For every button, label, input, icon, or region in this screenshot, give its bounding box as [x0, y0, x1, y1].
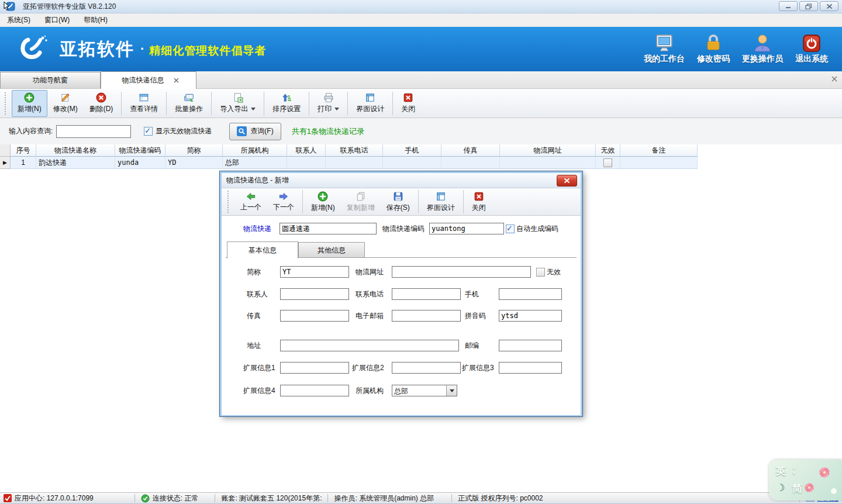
query-input[interactable] [56, 125, 131, 138]
copy-add-button[interactable]: 复制新增 [341, 188, 381, 215]
column-header[interactable]: 手机 [383, 144, 441, 157]
express-code-input[interactable] [429, 223, 504, 234]
copy-icon [356, 191, 366, 202]
cell-contact [287, 157, 326, 169]
tab-other-info[interactable]: 其他信息 [298, 242, 365, 258]
column-header[interactable]: 无效 [596, 144, 620, 157]
tab-function-navigator[interactable]: 功能导航窗 [0, 72, 101, 88]
account-status: 账套: 测试账套五 120(2015年第: [221, 493, 322, 503]
filter-bar: 输入内容查询: 显示无效物流快递 查询(F) 共有1条物流快递记录 [0, 118, 842, 144]
column-header[interactable]: 联系电话 [326, 144, 383, 157]
document-tabstrip: 功能导航窗 物流快递信息 [0, 71, 842, 89]
app-window: 亚拓管理软件专业版 V8.2.120 系统(S) 窗口(W) 帮助(H) 亚拓软… [0, 0, 842, 504]
dropdown-button[interactable] [446, 385, 457, 396]
connection-status: 连接状态: 正常 [141, 493, 199, 503]
plus-icon [24, 92, 34, 103]
menu-help[interactable]: 帮助(H) [77, 13, 115, 26]
dialog-close-toolbar-button[interactable]: 关闭 [466, 188, 492, 215]
column-header[interactable]: 所属机构 [223, 144, 287, 157]
close-all-tabs-icon[interactable] [831, 75, 837, 84]
my-workbench-button[interactable]: 我的工作台 [640, 34, 689, 64]
column-header[interactable]: 备注 [620, 144, 698, 157]
pinyin-input[interactable] [499, 310, 562, 322]
menu-system[interactable]: 系统(S) [0, 13, 37, 26]
print-button[interactable]: 打印 [312, 90, 345, 117]
column-header[interactable]: 传真 [441, 144, 500, 157]
close-tab-icon[interactable] [174, 78, 179, 83]
menu-window[interactable]: 窗口(W) [37, 13, 77, 26]
org-dropdown[interactable]: 总部 [392, 385, 457, 396]
add-button[interactable]: 新增(N) [12, 90, 47, 117]
dialog-invalid-checkbox[interactable] [536, 268, 545, 277]
cell-short: YD [165, 157, 223, 169]
search-button[interactable]: 查询(F) [229, 123, 281, 140]
toolbar-separator [309, 92, 309, 115]
short-name-input[interactable] [280, 266, 349, 278]
change-password-button[interactable]: 修改密码 [689, 34, 738, 64]
save-button[interactable]: 保存(S) [381, 188, 416, 215]
contact-input[interactable] [280, 288, 349, 300]
window-title: 亚拓管理软件专业版 V8.2.120 [23, 2, 116, 12]
toolbar-separator [463, 190, 464, 213]
ime-simplified-button[interactable]: 简 [792, 482, 802, 495]
search-icon [237, 126, 247, 136]
delete-icon [96, 92, 106, 103]
close-tab-button[interactable]: 关闭 [395, 90, 421, 117]
sort-settings-button[interactable]: 排序设置 [267, 90, 306, 117]
ime-moon-icon[interactable]: ☽ [776, 482, 785, 494]
dialog-title: 物流快递信息 - 新增 [226, 175, 289, 185]
ime-language-button[interactable]: 英 [776, 464, 786, 478]
column-header[interactable]: 联系人 [287, 144, 326, 157]
restore-button[interactable] [799, 1, 818, 11]
dialog-add-button[interactable]: 新增(N) [305, 188, 341, 215]
column-header[interactable]: 简称 [165, 144, 223, 157]
view-details-button[interactable]: 查看详情 [124, 90, 164, 117]
column-header[interactable]: 物流快递名称 [36, 144, 115, 157]
ext2-input[interactable] [392, 362, 461, 374]
previous-button[interactable]: 上一个 [234, 188, 267, 215]
ext3-input[interactable] [499, 362, 562, 374]
tab-logistics-express-info[interactable]: 物流快递信息 [101, 71, 196, 89]
fax-input[interactable] [280, 310, 349, 322]
show-invalid-checkbox[interactable] [144, 127, 153, 136]
autogen-code-label: 自动生成编码 [516, 223, 558, 234]
close-box-icon [403, 92, 413, 103]
exit-system-button[interactable]: 退出系统 [787, 34, 836, 64]
dialog-close-button[interactable] [557, 175, 577, 187]
delete-button[interactable]: 删除(D) [84, 90, 119, 117]
ext4-input[interactable] [280, 385, 349, 396]
column-header[interactable]: 序号 [11, 144, 36, 157]
mobile-input[interactable] [499, 288, 562, 300]
invalid-checkbox[interactable] [603, 158, 612, 167]
batch-operation-button[interactable]: 批量操作 [169, 90, 209, 117]
row-indicator-header [0, 144, 11, 157]
website-input[interactable] [392, 266, 531, 278]
tab-basic-info[interactable]: 基本信息 [227, 241, 298, 258]
autogen-code-checkbox[interactable] [506, 225, 515, 233]
import-export-button[interactable]: 导入导出 [214, 90, 261, 117]
edit-button[interactable]: 修改(M) [47, 90, 84, 117]
query-label: 输入内容查询: [9, 126, 53, 136]
address-input[interactable] [280, 340, 459, 351]
email-input[interactable] [392, 310, 461, 322]
ext1-input[interactable] [280, 362, 349, 374]
dialog-ui-design-button[interactable]: 界面设计 [421, 188, 461, 215]
column-header[interactable]: 物流网址 [500, 144, 596, 157]
minimize-button[interactable] [779, 1, 798, 11]
next-button[interactable]: 下一个 [267, 188, 300, 215]
brand-slogan: 精细化管理软件倡导者 [149, 40, 266, 58]
ui-design-icon [365, 92, 375, 103]
table-row[interactable]: ▶ 1 韵达快递 yunda YD 总部 [0, 157, 842, 169]
cell-org: 总部 [223, 157, 287, 169]
close-button[interactable] [820, 1, 838, 11]
ime-punctuation-button[interactable]: ; [792, 464, 796, 476]
phone-input[interactable] [392, 288, 461, 300]
dropdown-arrow-icon [251, 108, 256, 111]
switch-operator-button[interactable]: 更换操作员 [738, 34, 787, 64]
cell-phone [326, 157, 383, 169]
short-name-label: 简称 [247, 266, 261, 278]
ui-design-button[interactable]: 界面设计 [350, 90, 390, 117]
express-name-input[interactable] [279, 223, 377, 234]
column-header[interactable]: 物流快递编码 [115, 144, 165, 157]
zip-input[interactable] [499, 340, 562, 351]
